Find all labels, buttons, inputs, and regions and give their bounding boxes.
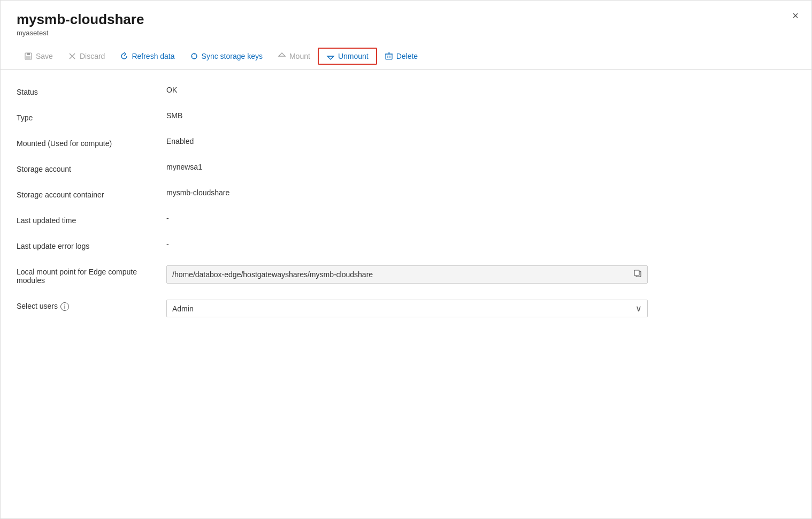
field-label: Storage account	[17, 163, 166, 173]
discard-label: Discard	[80, 52, 105, 60]
select-users-box[interactable]: Admin∨	[166, 300, 648, 317]
field-label: Mounted (Used for compute)	[17, 137, 166, 148]
field-row: Local mount point for Edge compute modul…	[17, 265, 795, 285]
refresh-icon	[120, 52, 128, 60]
field-row: Mounted (Used for compute)Enabled	[17, 137, 795, 148]
field-row: Last update error logs-	[17, 240, 795, 250]
save-label: Save	[36, 52, 53, 60]
field-label: Last updated time	[17, 214, 166, 225]
field-row: Storage accountmynewsa1	[17, 163, 795, 173]
unmount-label: Unmount	[338, 52, 369, 60]
sync-icon	[190, 52, 198, 60]
svg-marker-6	[327, 56, 334, 59]
panel: mysmb-cloudshare myasetest × Save	[0, 0, 812, 519]
delete-button[interactable]: Delete	[377, 49, 425, 64]
field-label: Type	[17, 111, 166, 122]
info-icon: i	[60, 302, 69, 311]
save-icon	[24, 52, 33, 60]
field-label: Local mount point for Edge compute modul…	[17, 265, 166, 285]
fields-container: StatusOKTypeSMBMounted (Used for compute…	[17, 86, 795, 317]
field-value: /home/databox-edge/hostgatewayshares/mys…	[166, 265, 648, 284]
select-value: Admin	[172, 304, 635, 313]
delete-icon	[385, 52, 393, 60]
close-button[interactable]: ×	[792, 10, 799, 21]
field-value: Enabled	[166, 137, 795, 146]
field-value: OK	[166, 86, 795, 94]
field-row: Storage account containermysmb-cloudshar…	[17, 188, 795, 199]
unmount-icon	[326, 52, 335, 60]
field-row: Last updated time-	[17, 214, 795, 225]
field-label: Select usersi	[17, 300, 166, 311]
field-value: mysmb-cloudshare	[166, 188, 795, 197]
discard-icon	[68, 52, 76, 60]
mount-icon	[278, 52, 286, 60]
svg-rect-14	[634, 270, 639, 276]
panel-header: mysmb-cloudshare myasetest ×	[1, 1, 811, 37]
refresh-button[interactable]: Refresh data	[112, 49, 182, 64]
delete-label: Delete	[396, 52, 418, 60]
svg-rect-2	[26, 56, 30, 59]
mount-button[interactable]: Mount	[270, 49, 318, 64]
field-label: Status	[17, 86, 166, 96]
refresh-label: Refresh data	[132, 52, 174, 60]
field-row: Select usersiAdmin∨	[17, 300, 795, 317]
field-label: Storage account container	[17, 188, 166, 199]
svg-marker-5	[279, 53, 285, 56]
field-value: mynewsa1	[166, 163, 795, 171]
toolbar: Save Discard Refresh data	[1, 43, 811, 70]
field-value[interactable]: Admin∨	[166, 300, 795, 317]
panel-title: mysmb-cloudshare	[17, 11, 795, 28]
copy-icon[interactable]	[633, 269, 642, 280]
svg-rect-8	[386, 54, 392, 59]
save-button[interactable]: Save	[17, 49, 60, 64]
field-value: SMB	[166, 111, 795, 120]
content-area: StatusOKTypeSMBMounted (Used for compute…	[1, 70, 811, 348]
field-value: -	[166, 240, 795, 248]
chevron-down-icon: ∨	[635, 303, 642, 314]
discard-button[interactable]: Discard	[60, 49, 112, 64]
field-row: StatusOK	[17, 86, 795, 96]
readonly-value: /home/databox-edge/hostgatewayshares/mys…	[172, 270, 373, 279]
sync-button[interactable]: Sync storage keys	[182, 49, 270, 64]
field-label: Last update error logs	[17, 240, 166, 250]
mount-label: Mount	[289, 52, 310, 60]
unmount-button[interactable]: Unmount	[318, 48, 377, 65]
sync-label: Sync storage keys	[202, 52, 263, 60]
svg-rect-1	[27, 53, 30, 55]
field-row: TypeSMB	[17, 111, 795, 122]
field-value: -	[166, 214, 795, 223]
panel-subtitle: myasetest	[17, 29, 795, 37]
